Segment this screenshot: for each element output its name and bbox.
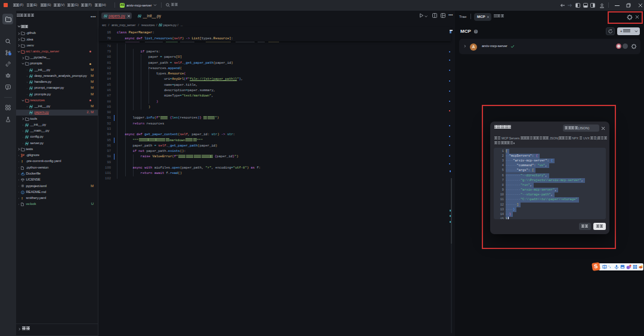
svg-text:?: ? [475,30,477,33]
